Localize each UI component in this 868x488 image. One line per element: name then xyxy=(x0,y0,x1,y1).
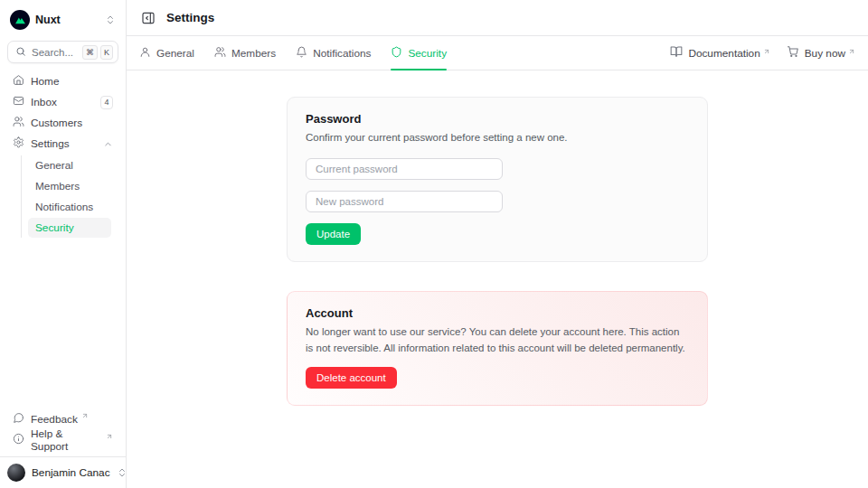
chevron-up-icon xyxy=(103,139,113,149)
nuxt-logo-icon xyxy=(10,10,30,30)
inbox-icon xyxy=(13,95,24,109)
gear-icon xyxy=(13,136,24,151)
tab-members[interactable]: Members xyxy=(214,36,276,70)
sidebar-item-settings[interactable]: Settings xyxy=(7,134,118,154)
sidebar-item-label: General xyxy=(35,159,73,172)
link-label: Documentation xyxy=(688,47,760,60)
update-password-button[interactable]: Update xyxy=(306,223,361,245)
buy-now-link[interactable]: Buy now xyxy=(787,45,855,61)
user-menu[interactable]: Benjamin Canac xyxy=(0,456,126,488)
documentation-link[interactable]: Documentation xyxy=(670,45,769,61)
user-name: Benjamin Canac xyxy=(32,466,110,479)
chat-bubble-icon xyxy=(13,412,24,427)
tab-bar-links: Documentation Buy now xyxy=(670,45,855,61)
sidebar-item-label: Customers xyxy=(31,117,113,129)
account-card-title: Account xyxy=(306,306,689,320)
link-label: Buy now xyxy=(805,47,845,60)
shopping-cart-icon xyxy=(787,45,799,61)
home-icon xyxy=(13,74,24,89)
tabs: General Members Notifications xyxy=(139,36,447,70)
collapse-sidebar-button[interactable] xyxy=(139,9,157,27)
bell-icon xyxy=(296,46,307,61)
password-card-title: Password xyxy=(306,112,689,126)
users-icon xyxy=(13,116,24,130)
sidebar-nav: Home Inbox 4 Customers Settings xyxy=(0,71,126,238)
sidebar-item-general[interactable]: General xyxy=(28,155,111,175)
search-icon xyxy=(15,46,26,59)
page-title: Settings xyxy=(166,11,214,24)
tab-notifications[interactable]: Notifications xyxy=(296,36,371,70)
sidebar-item-label: Home xyxy=(31,75,113,88)
settings-column: Password Confirm your current password b… xyxy=(287,97,708,406)
footer-link-label: Help & Support xyxy=(31,427,102,453)
account-card-description: No longer want to use our service? You c… xyxy=(306,324,689,356)
users-icon xyxy=(214,46,226,61)
external-link-icon xyxy=(848,48,855,55)
sidebar-item-label: Settings xyxy=(31,137,97,150)
tab-bar: General Members Notifications xyxy=(127,36,868,70)
app-root: Nuxt Search... ⌘K Home xyxy=(0,0,868,488)
external-link-icon xyxy=(81,412,89,419)
tab-label: Security xyxy=(408,47,447,60)
content-area: Password Confirm your current password b… xyxy=(127,70,868,488)
sidebar: Nuxt Search... ⌘K Home xyxy=(0,0,127,488)
team-switcher[interactable]: Nuxt xyxy=(7,8,118,32)
avatar xyxy=(7,464,25,482)
search-placeholder: Search... xyxy=(32,47,77,58)
chevrons-up-down-icon xyxy=(117,467,127,478)
current-password-field[interactable] xyxy=(306,158,503,180)
team-name: Nuxt xyxy=(35,14,99,26)
page-header: Settings xyxy=(127,0,868,36)
sidebar-item-notifications[interactable]: Notifications xyxy=(28,197,111,217)
book-open-icon xyxy=(670,45,683,61)
sidebar-item-home[interactable]: Home xyxy=(7,71,118,91)
password-card: Password Confirm your current password b… xyxy=(287,97,708,262)
sidebar-item-label: Inbox xyxy=(31,96,94,108)
settings-subnav: General Members Notifications Security xyxy=(21,155,111,238)
new-password-field[interactable] xyxy=(306,191,503,212)
footer-link-label: Feedback xyxy=(31,413,78,426)
inbox-count-badge: 4 xyxy=(100,96,113,109)
sidebar-item-inbox[interactable]: Inbox 4 xyxy=(7,92,118,112)
external-link-icon xyxy=(106,433,113,440)
main-panel: Settings General Members xyxy=(127,0,868,488)
tab-label: Members xyxy=(231,47,276,60)
delete-account-button[interactable]: Delete account xyxy=(306,367,397,389)
tab-security[interactable]: Security xyxy=(391,36,447,70)
sidebar-item-security[interactable]: Security xyxy=(28,218,111,238)
tab-label: General xyxy=(156,47,194,60)
sidebar-spacer xyxy=(0,238,126,409)
kbd-meta: ⌘ xyxy=(82,45,98,60)
password-card-description: Confirm your current password before set… xyxy=(306,130,689,145)
kbd-key: K xyxy=(100,45,113,60)
help-support-link[interactable]: Help & Support xyxy=(7,430,118,450)
search-input[interactable]: Search... ⌘K xyxy=(7,41,118,63)
sidebar-item-label: Members xyxy=(35,180,80,192)
tab-label: Notifications xyxy=(313,47,371,60)
sidebar-item-customers[interactable]: Customers xyxy=(7,113,118,133)
feedback-link[interactable]: Feedback xyxy=(7,409,118,429)
account-card: Account No longer want to use our servic… xyxy=(287,291,708,406)
shield-icon xyxy=(391,46,402,61)
tab-general[interactable]: General xyxy=(139,36,194,70)
info-circle-icon xyxy=(13,433,24,447)
user-icon xyxy=(139,46,151,61)
sidebar-item-label: Security xyxy=(35,221,74,234)
chevrons-up-down-icon xyxy=(105,14,116,25)
sidebar-footer-nav: Feedback Help & Support xyxy=(0,409,126,456)
sidebar-item-label: Notifications xyxy=(35,201,93,213)
external-link-icon xyxy=(763,48,770,55)
sidebar-item-members[interactable]: Members xyxy=(28,176,111,196)
search-shortcut: ⌘K xyxy=(82,45,113,60)
